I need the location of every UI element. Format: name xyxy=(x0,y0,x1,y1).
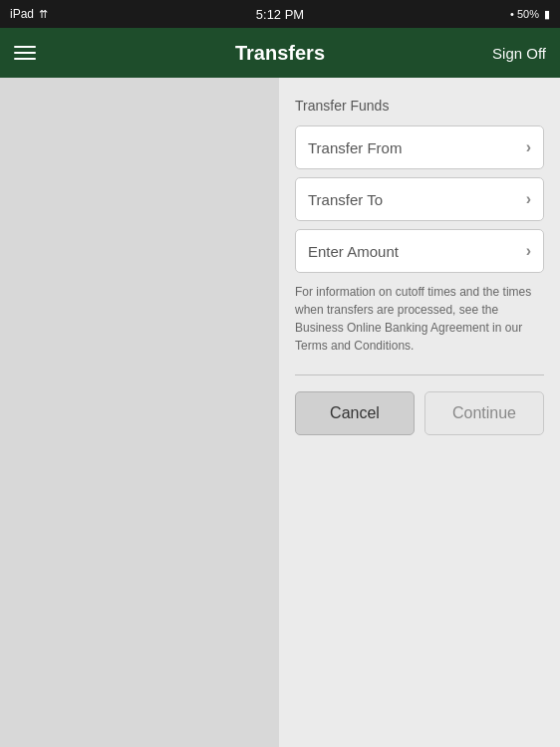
page-title: Transfers xyxy=(235,42,325,65)
wifi-icon: ⇈ xyxy=(39,8,48,21)
nav-bar: Transfers Sign Off xyxy=(0,28,560,78)
menu-line-2 xyxy=(14,52,36,54)
transfer-from-label: Transfer From xyxy=(308,139,402,156)
continue-button[interactable]: Continue xyxy=(424,391,544,435)
divider xyxy=(295,374,544,375)
menu-button[interactable] xyxy=(14,46,36,60)
battery-icon: ▮ xyxy=(544,8,550,21)
sign-off-button[interactable]: Sign Off xyxy=(492,45,546,62)
status-left: iPad ⇈ xyxy=(10,7,48,21)
transfer-to-chevron: › xyxy=(526,190,531,208)
section-title: Transfer Funds xyxy=(295,98,544,114)
menu-line-3 xyxy=(14,58,36,60)
menu-line-1 xyxy=(14,46,36,48)
button-row: Cancel Continue xyxy=(295,391,544,435)
bluetooth-icon: • 50% xyxy=(510,8,539,20)
enter-amount-label: Enter Amount xyxy=(308,243,399,260)
transfer-from-chevron: › xyxy=(526,138,531,156)
status-bar: iPad ⇈ 5:12 PM • 50% ▮ xyxy=(0,0,560,28)
enter-amount-field[interactable]: Enter Amount › xyxy=(295,229,544,273)
info-text: For information on cutoff times and the … xyxy=(295,283,544,355)
status-time: 5:12 PM xyxy=(256,7,304,22)
transfer-to-field[interactable]: Transfer To › xyxy=(295,177,544,221)
device-label: iPad xyxy=(10,7,34,21)
main-layout: Transfer Funds Transfer From › Transfer … xyxy=(0,78,560,747)
transfer-to-label: Transfer To xyxy=(308,191,383,208)
transfer-from-field[interactable]: Transfer From › xyxy=(295,125,544,169)
status-right: • 50% ▮ xyxy=(510,8,550,21)
left-panel xyxy=(0,78,279,747)
enter-amount-chevron: › xyxy=(526,242,531,260)
cancel-button[interactable]: Cancel xyxy=(295,391,415,435)
right-panel: Transfer Funds Transfer From › Transfer … xyxy=(279,78,560,747)
